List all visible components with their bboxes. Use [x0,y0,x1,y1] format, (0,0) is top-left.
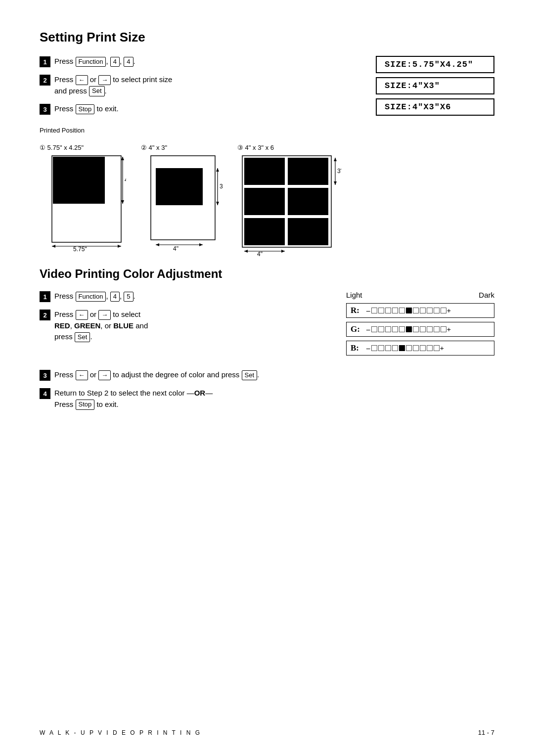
svg-text:5.75": 5.75" [73,246,87,252]
step-content: Press ← or → to select print size and pr… [54,74,346,96]
svg-marker-33 [281,250,285,253]
left-arrow-key: ← [76,75,88,86]
svg-marker-18 [199,243,203,246]
svg-marker-3 [121,157,124,160]
seg [378,345,384,351]
svg-marker-32 [244,250,248,253]
svg-marker-4 [121,200,124,204]
function-key: Function [76,57,106,67]
key-5: 5 [124,292,133,302]
seg [392,345,398,351]
svg-text:4": 4" [257,251,263,257]
right-arrow-key-3: → [98,370,111,381]
svg-rect-1 [53,157,105,204]
printed-position-label: Printed Position [40,127,494,134]
section2-title: Video Printing Color Adjustment [40,267,494,281]
svg-marker-7 [52,245,55,248]
svg-marker-13 [216,168,219,172]
footer: W A L K - U P V I D E O P R I N T I N G … [40,729,494,736]
lcd-container: SIZE:5.75"X4.25" SIZE:4"X3" SIZE:4"X3"X6 [376,56,494,116]
b-label: B: [351,343,364,353]
b-segments: – + [366,344,445,353]
or-bold: OR [194,389,206,397]
step-1-1: 1 Press Function, 4, 4. [40,56,346,67]
svg-marker-14 [216,202,219,205]
r-label: R: [351,306,364,315]
color-bars-area: Light Dark R: – + G: [346,291,494,359]
step-1-3: 3 Press Stop to exit. [40,103,346,115]
seg [434,308,440,313]
seg [413,308,419,313]
seg [427,345,433,351]
step-number: 4 [40,388,50,399]
footer-left: W A L K - U P V I D E O P R I N T I N G [40,729,201,736]
svg-text:3": 3" [337,168,341,175]
right-arrow-key: → [98,75,111,86]
seg [413,326,419,332]
seg [427,308,433,313]
diagram-3-caption: ③ 4" x 3" x 6 [237,144,274,151]
seg [434,326,440,332]
step-content: Return to Step 2 to select the next colo… [54,388,494,410]
svg-marker-17 [156,243,159,246]
svg-rect-23 [244,188,285,215]
diagram-3-svg: 3" 4" [237,153,341,257]
seg [378,326,384,332]
set-key-2: Set [75,332,90,343]
diagram-3: ③ 4" x 3" x 6 3" [237,144,341,257]
seg [371,308,377,313]
step-content: Press ← or → to select RED, GREEN, or BL… [54,309,336,343]
color-bar-g: G: – + [346,322,494,337]
seg [385,345,391,351]
function-key-2: Function [76,292,106,302]
step-2-4: 4 Return to Step 2 to select the next co… [40,388,494,410]
seg [392,326,398,332]
light-label: Light [346,291,362,299]
key-4c: 4 [110,292,120,302]
step-2-3: 3 Press ← or → to adjust the degree of c… [40,369,494,381]
seg [420,345,426,351]
seg [434,345,440,351]
seg [427,326,433,332]
seg [399,308,405,313]
step-number: 2 [40,75,50,86]
diagram-2: ② 4" x 3" 3" 4" [141,144,222,252]
diagram-1: ① 5.75" x 4.25" 4.25" 5.75" [40,144,126,252]
dark-label: Dark [479,291,494,299]
section1-title: Setting Print Size [40,30,494,45]
g-segments: – + [366,325,451,334]
step-1-2: 2 Press ← or → to select print size and … [40,74,346,96]
color-green: GREEN [74,321,100,330]
svg-marker-8 [118,245,121,248]
footer-right: 11 - 7 [478,729,494,736]
lcd-line-3: SIZE:4"X3"X6 [376,98,494,116]
seg [378,308,384,313]
stop-key-2: Stop [76,400,95,410]
seg [371,326,377,332]
key-4b: 4 [124,57,133,67]
g-label: G: [351,324,364,334]
seg [420,308,426,313]
seg-filled [406,326,412,332]
set-key: Set [89,86,105,96]
seg [385,308,391,313]
step-number: 3 [40,104,50,115]
seg [385,326,391,332]
svg-rect-24 [288,188,328,215]
step-number: 3 [40,370,50,381]
seg [441,326,446,332]
color-bar-r: R: – + [346,303,494,318]
step-number: 1 [40,291,50,302]
step-content: Press Stop to exit. [54,103,346,115]
seg-filled [399,345,405,351]
svg-rect-11 [156,168,203,205]
svg-rect-26 [288,218,328,245]
svg-marker-29 [334,181,337,185]
lcd-line-1: SIZE:5.75"X4.25" [376,56,494,73]
r-segments: – + [366,307,451,315]
color-bar-b: B: – + [346,341,494,356]
seg-filled [406,308,412,313]
set-key-3: Set [242,370,258,381]
lcd-display-area: SIZE:5.75"X4.25" SIZE:4"X3" SIZE:4"X3"X6 [356,56,494,116]
seg [441,308,446,313]
